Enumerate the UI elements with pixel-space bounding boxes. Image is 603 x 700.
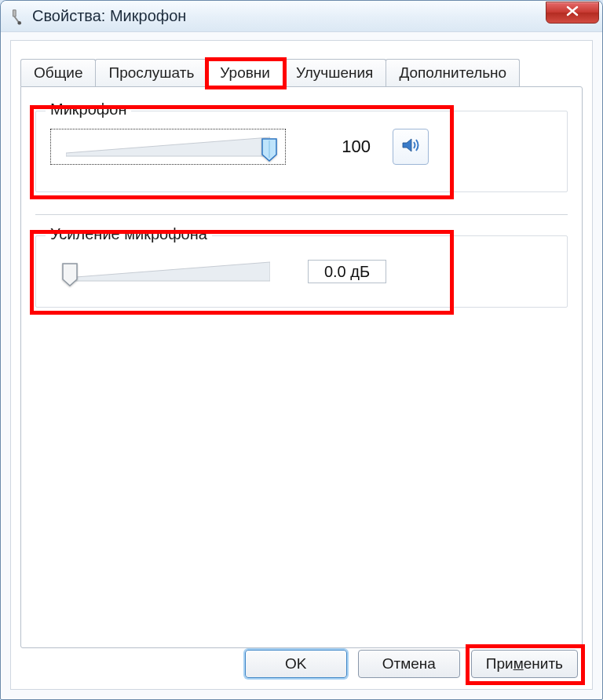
microphone-icon <box>9 8 26 25</box>
svg-marker-1 <box>66 137 270 156</box>
client-area: Общие Прослушать Уровни Улучшения Дополн… <box>10 40 593 690</box>
window-title: Свойства: Микрофон <box>32 7 186 25</box>
tab-general[interactable]: Общие <box>20 59 96 86</box>
mic-level-slider[interactable] <box>50 129 286 165</box>
tab-label: Общие <box>34 64 82 81</box>
value-text: 0.0 дБ <box>324 263 370 281</box>
tab-label: Прослушать <box>108 64 194 81</box>
button-label: Применить <box>486 655 563 673</box>
tab-label: Уровни <box>220 64 270 81</box>
ok-button[interactable]: OK <box>245 650 347 678</box>
slider-thumb[interactable] <box>61 262 79 287</box>
mic-boost-row: 0.0 дБ <box>50 253 553 290</box>
button-label: OK <box>285 655 306 673</box>
group-mic-level: Микрофон 100 <box>35 111 568 192</box>
tab-listen[interactable]: Прослушать <box>95 59 207 86</box>
tab-levels[interactable]: Уровни <box>206 59 283 86</box>
cancel-button[interactable]: Отмена <box>358 650 460 678</box>
close-button[interactable] <box>546 2 599 24</box>
group-title: Усиление микрофона <box>46 225 212 243</box>
tab-advanced[interactable]: Дополнительно <box>386 59 520 86</box>
mute-button[interactable] <box>393 129 429 165</box>
titlebar[interactable]: Свойства: Микрофон <box>1 1 602 32</box>
properties-window: Свойства: Микрофон Общие Прослушать Уров… <box>0 0 603 700</box>
tab-label: Улучшения <box>296 64 374 81</box>
mic-boost-slider[interactable] <box>50 253 286 290</box>
dialog-buttons: OK Отмена Применить <box>245 650 578 678</box>
tab-label: Дополнительно <box>399 64 506 81</box>
slider-thumb[interactable] <box>261 137 278 162</box>
tab-page-levels: Микрофон 100 <box>20 86 583 648</box>
tab-enhancements[interactable]: Улучшения <box>283 59 387 86</box>
apply-button[interactable]: Применить <box>471 650 578 678</box>
mic-boost-value: 0.0 дБ <box>308 260 386 283</box>
group-title: Микрофон <box>46 100 131 118</box>
tab-strip: Общие Прослушать Уровни Улучшения Дополн… <box>20 55 583 86</box>
mic-level-row: 100 <box>50 129 553 165</box>
group-mic-boost: Усиление микрофона 0.0 дБ <box>35 235 568 308</box>
separator <box>35 214 568 215</box>
speaker-icon <box>400 134 422 160</box>
close-icon <box>565 4 579 20</box>
mic-level-value: 100 <box>308 137 371 157</box>
svg-marker-2 <box>66 262 270 281</box>
button-label: Отмена <box>382 655 436 673</box>
svg-point-0 <box>17 20 21 24</box>
